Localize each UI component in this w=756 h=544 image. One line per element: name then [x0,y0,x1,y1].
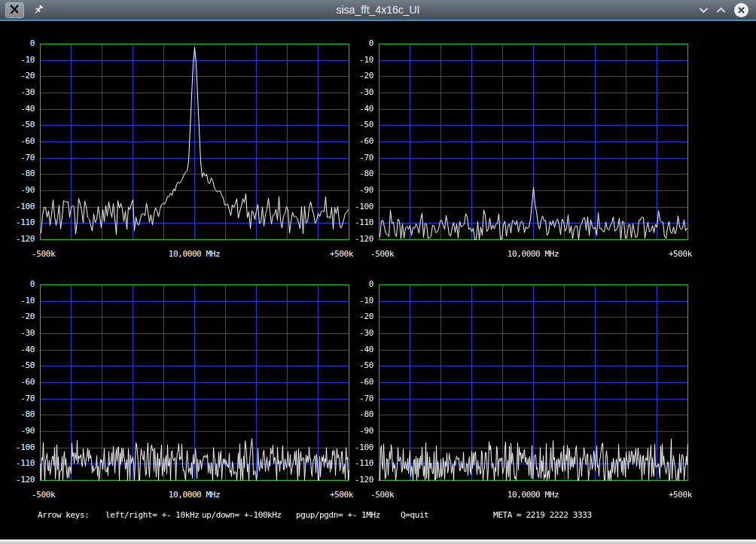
app-window: sisa_fft_4x16c_UI 0-10-20-30-40-50-60-70 [0,0,756,544]
titlebar-left-group [5,0,44,20]
status-segment: up/down= +-100kHz [202,511,282,520]
window-frame-bottom [0,539,756,544]
status-segment: pgup/pgdn= +- 1MHz [296,511,380,520]
status-bar: Arrow keys:left/right= +- 10kHzup/down= … [0,0,756,544]
titlebar[interactable]: sisa_fft_4x16c_UI [0,0,756,21]
pushpin-glyph [32,4,44,16]
unshade-button[interactable] [716,7,726,14]
status-segment: Arrow keys: [38,511,89,520]
status-segment: left/right= +- 10kHz [105,511,199,520]
pin-icon[interactable] [32,4,44,16]
shade-button[interactable] [699,7,709,14]
status-segment: Q=quit [401,511,428,520]
x11-logo-icon [8,5,21,15]
chevron-up-icon [716,7,726,14]
close-icon [733,2,749,18]
chevron-down-icon [699,7,709,14]
close-button[interactable] [733,2,749,18]
titlebar-right-group [699,0,749,20]
window-title: sisa_fft_4x16c_UI [0,0,756,20]
status-segment: META = 2219 2222 3333 [493,511,592,520]
app-menu-button[interactable] [5,2,24,18]
